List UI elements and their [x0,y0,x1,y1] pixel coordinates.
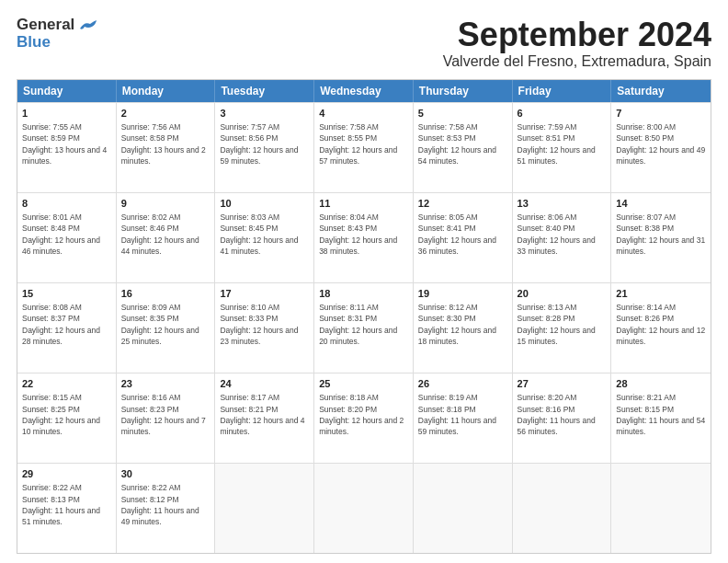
day-info: Sunrise: 8:14 AM Sunset: 8:26 PM Dayligh… [616,302,706,347]
day-info: Sunrise: 8:11 AM Sunset: 8:31 PM Dayligh… [319,302,408,347]
calendar-body: 1 Sunrise: 7:55 AM Sunset: 8:59 PM Dayli… [17,102,711,553]
day-cell [314,464,414,553]
day-number: 19 [418,287,507,301]
day-cell: 28 Sunrise: 8:21 AM Sunset: 8:15 PM Dayl… [611,373,711,463]
day-cell: 9 Sunrise: 8:02 AM Sunset: 8:46 PM Dayli… [117,193,216,282]
header-saturday: Saturday [611,80,711,102]
day-cell: 14 Sunrise: 8:07 AM Sunset: 8:38 PM Dayl… [611,193,711,282]
day-number: 4 [319,107,408,121]
day-number: 6 [518,107,607,121]
day-cell: 8 Sunrise: 8:01 AM Sunset: 8:48 PM Dayli… [17,193,117,282]
page-subtitle: Valverde del Fresno, Extremadura, Spain [443,53,711,70]
day-cell: 12 Sunrise: 8:05 AM Sunset: 8:41 PM Dayl… [414,193,513,282]
day-number: 21 [616,287,706,301]
day-cell: 26 Sunrise: 8:19 AM Sunset: 8:18 PM Dayl… [414,373,513,463]
day-info: Sunrise: 8:05 AM Sunset: 8:41 PM Dayligh… [418,212,507,257]
day-cell [215,464,314,553]
day-cell [513,464,612,553]
day-info: Sunrise: 8:09 AM Sunset: 8:35 PM Dayligh… [121,302,210,347]
day-info: Sunrise: 8:13 AM Sunset: 8:28 PM Dayligh… [518,302,607,347]
day-cell: 27 Sunrise: 8:20 AM Sunset: 8:16 PM Dayl… [513,373,612,463]
calendar: Sunday Monday Tuesday Wednesday Thursday… [17,79,711,554]
day-cell: 16 Sunrise: 8:09 AM Sunset: 8:35 PM Dayl… [117,283,216,373]
day-number: 9 [121,197,210,211]
day-info: Sunrise: 8:04 AM Sunset: 8:43 PM Dayligh… [319,212,408,257]
day-info: Sunrise: 7:55 AM Sunset: 8:59 PM Dayligh… [22,121,111,167]
page-title: September 2024 [443,17,711,53]
day-number: 23 [121,377,210,391]
week-row-1: 1 Sunrise: 7:55 AM Sunset: 8:59 PM Dayli… [17,102,711,192]
day-info: Sunrise: 8:16 AM Sunset: 8:23 PM Dayligh… [121,392,210,437]
day-number: 8 [22,197,111,211]
day-number: 7 [616,107,706,121]
day-cell: 18 Sunrise: 8:11 AM Sunset: 8:31 PM Dayl… [314,283,414,373]
day-number: 3 [220,107,309,121]
day-cell: 4 Sunrise: 7:58 AM Sunset: 8:55 PM Dayli… [314,103,414,192]
header-friday: Friday [513,80,612,102]
day-cell: 21 Sunrise: 8:14 AM Sunset: 8:26 PM Dayl… [611,283,711,373]
day-info: Sunrise: 8:22 AM Sunset: 8:13 PM Dayligh… [22,482,111,527]
day-info: Sunrise: 8:22 AM Sunset: 8:12 PM Dayligh… [121,482,210,527]
day-info: Sunrise: 7:58 AM Sunset: 8:53 PM Dayligh… [418,121,507,167]
day-number: 16 [121,287,210,301]
header-sunday: Sunday [17,80,117,102]
day-number: 28 [616,377,706,391]
day-number: 26 [418,377,507,391]
week-row-2: 8 Sunrise: 8:01 AM Sunset: 8:48 PM Dayli… [17,192,711,282]
logo: General Blue [17,17,97,51]
day-info: Sunrise: 7:59 AM Sunset: 8:51 PM Dayligh… [518,121,607,167]
day-cell: 23 Sunrise: 8:16 AM Sunset: 8:23 PM Dayl… [117,373,216,463]
day-number: 10 [220,197,309,211]
day-info: Sunrise: 7:57 AM Sunset: 8:56 PM Dayligh… [220,121,309,167]
day-cell: 25 Sunrise: 8:18 AM Sunset: 8:20 PM Dayl… [314,373,414,463]
day-number: 20 [518,287,607,301]
day-cell: 24 Sunrise: 8:17 AM Sunset: 8:21 PM Dayl… [215,373,314,463]
day-number: 13 [518,197,607,211]
day-number: 22 [22,377,111,391]
day-number: 24 [220,377,309,391]
day-number: 30 [121,467,210,481]
header-thursday: Thursday [414,80,513,102]
day-info: Sunrise: 8:01 AM Sunset: 8:48 PM Dayligh… [22,212,111,257]
day-info: Sunrise: 8:12 AM Sunset: 8:30 PM Dayligh… [418,302,507,347]
day-cell: 2 Sunrise: 7:56 AM Sunset: 8:58 PM Dayli… [117,103,216,192]
day-cell: 19 Sunrise: 8:12 AM Sunset: 8:30 PM Dayl… [414,283,513,373]
day-number: 29 [22,467,111,481]
day-cell: 29 Sunrise: 8:22 AM Sunset: 8:13 PM Dayl… [17,464,117,553]
day-cell: 10 Sunrise: 8:03 AM Sunset: 8:45 PM Dayl… [215,193,314,282]
day-info: Sunrise: 8:02 AM Sunset: 8:46 PM Dayligh… [121,212,210,257]
day-cell: 22 Sunrise: 8:15 AM Sunset: 8:25 PM Dayl… [17,373,117,463]
day-cell: 3 Sunrise: 7:57 AM Sunset: 8:56 PM Dayli… [215,103,314,192]
day-cell: 6 Sunrise: 7:59 AM Sunset: 8:51 PM Dayli… [513,103,612,192]
header-tuesday: Tuesday [215,80,314,102]
header-wednesday: Wednesday [314,80,414,102]
day-info: Sunrise: 8:17 AM Sunset: 8:21 PM Dayligh… [220,392,309,437]
page: General Blue September 2024 Valverde del… [0,0,728,563]
day-number: 14 [616,197,706,211]
day-info: Sunrise: 8:20 AM Sunset: 8:16 PM Dayligh… [518,392,607,437]
header-monday: Monday [117,80,216,102]
day-number: 15 [22,287,111,301]
day-number: 12 [418,197,507,211]
day-cell [611,464,711,553]
day-info: Sunrise: 8:06 AM Sunset: 8:40 PM Dayligh… [518,212,607,257]
day-number: 25 [319,377,408,391]
day-cell [414,464,513,553]
day-number: 11 [319,197,408,211]
day-number: 18 [319,287,408,301]
header: General Blue September 2024 Valverde del… [17,17,711,70]
day-number: 2 [121,107,210,121]
day-info: Sunrise: 8:07 AM Sunset: 8:38 PM Dayligh… [616,212,706,257]
day-cell: 15 Sunrise: 8:08 AM Sunset: 8:37 PM Dayl… [17,283,117,373]
week-row-4: 22 Sunrise: 8:15 AM Sunset: 8:25 PM Dayl… [17,373,711,463]
day-info: Sunrise: 8:03 AM Sunset: 8:45 PM Dayligh… [220,212,309,257]
day-info: Sunrise: 7:58 AM Sunset: 8:55 PM Dayligh… [319,121,408,167]
day-info: Sunrise: 7:56 AM Sunset: 8:58 PM Dayligh… [121,121,210,167]
day-cell: 7 Sunrise: 8:00 AM Sunset: 8:50 PM Dayli… [611,103,711,192]
day-cell: 1 Sunrise: 7:55 AM Sunset: 8:59 PM Dayli… [17,103,117,192]
day-info: Sunrise: 8:18 AM Sunset: 8:20 PM Dayligh… [319,392,408,437]
day-number: 1 [22,107,111,121]
day-info: Sunrise: 8:15 AM Sunset: 8:25 PM Dayligh… [22,392,111,437]
day-info: Sunrise: 8:19 AM Sunset: 8:18 PM Dayligh… [418,392,507,437]
day-info: Sunrise: 8:08 AM Sunset: 8:37 PM Dayligh… [22,302,111,347]
